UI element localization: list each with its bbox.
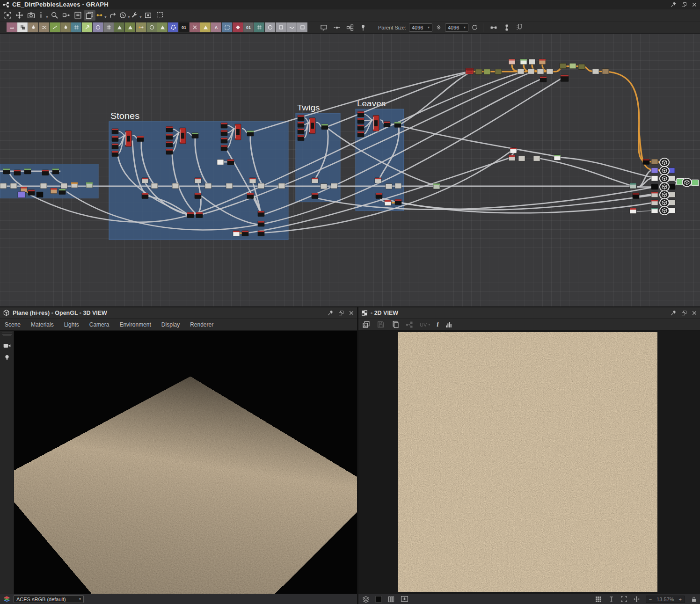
graph-node[interactable] <box>227 160 234 165</box>
graph-node[interactable] <box>357 111 364 117</box>
graph-node[interactable] <box>518 69 524 74</box>
graph-node[interactable] <box>142 178 148 183</box>
graph-node[interactable] <box>321 183 327 189</box>
graph-node[interactable] <box>560 63 566 69</box>
node-fx-frame-button[interactable] <box>297 22 307 32</box>
instance-link-button[interactable] <box>60 10 72 21</box>
menu-display[interactable]: Display <box>161 321 180 328</box>
graph-node[interactable] <box>249 178 256 183</box>
output-node[interactable] <box>660 191 669 199</box>
graph-node[interactable] <box>247 131 254 136</box>
graph-node[interactable] <box>466 68 474 74</box>
graph-node[interactable] <box>394 122 401 128</box>
dot-node-icon[interactable] <box>333 24 341 31</box>
graph-node[interactable] <box>166 149 173 155</box>
lock-icon[interactable] <box>691 596 697 603</box>
colorspace-select[interactable]: ACES sRGB (default)▾ <box>14 595 84 603</box>
graph-node[interactable] <box>3 168 10 174</box>
graph-node[interactable] <box>0 183 7 189</box>
graph-node[interactable] <box>518 156 525 161</box>
node-height-blend-button[interactable] <box>114 22 124 32</box>
stack-windows-button[interactable] <box>84 10 95 21</box>
graph-node[interactable] <box>669 184 675 189</box>
graph-node[interactable] <box>669 192 675 197</box>
zoom-out-button[interactable]: − <box>649 597 652 602</box>
graph-node[interactable] <box>258 221 264 227</box>
graph-node[interactable] <box>520 59 527 65</box>
comment-icon[interactable] <box>320 24 328 31</box>
ruler-icon[interactable] <box>608 596 615 603</box>
graph-node[interactable] <box>59 189 66 195</box>
graph-node[interactable] <box>578 64 585 70</box>
tools-button[interactable]: ▼ <box>131 10 142 21</box>
node-noise-button[interactable]: 01 <box>179 22 189 32</box>
search-button[interactable] <box>49 10 60 21</box>
graph-node[interactable] <box>142 193 148 199</box>
node-blur-button[interactable] <box>28 22 38 32</box>
graph-node[interactable] <box>669 176 675 182</box>
graph-node[interactable] <box>312 193 318 199</box>
graph-node[interactable] <box>298 115 304 121</box>
menu-scene[interactable]: Scene <box>5 321 21 328</box>
node-fx-curve-button[interactable] <box>286 22 297 32</box>
graph-node[interactable] <box>331 183 337 189</box>
frame-fit-icon[interactable] <box>620 596 627 603</box>
node-fx-square-button[interactable] <box>276 22 286 32</box>
float-icon[interactable] <box>338 310 344 316</box>
graph-node[interactable] <box>196 212 203 218</box>
graph-node[interactable] <box>298 122 304 128</box>
connection-style-button[interactable] <box>107 10 119 21</box>
link-display-button[interactable]: ▼ <box>95 10 107 21</box>
camera-view-icon[interactable] <box>3 342 11 350</box>
graph-node[interactable] <box>192 133 198 138</box>
graph-node[interactable] <box>510 148 517 153</box>
node-channel-shuffle-button[interactable] <box>39 22 49 32</box>
graph-node[interactable] <box>357 125 364 131</box>
screenshot-button[interactable] <box>25 10 37 21</box>
graph-node[interactable] <box>633 193 639 199</box>
graph-node[interactable] <box>86 182 93 188</box>
graph-node[interactable] <box>298 135 304 141</box>
graph-node[interactable] <box>376 193 382 199</box>
graph-node[interactable] <box>52 168 59 174</box>
info-icon[interactable]: i <box>437 320 438 328</box>
reset-size-icon[interactable] <box>471 24 478 31</box>
graph-node[interactable] <box>529 59 535 65</box>
graph-node[interactable] <box>669 208 675 213</box>
node-curve-button[interactable] <box>50 22 60 32</box>
menu-lights[interactable]: Lights <box>64 321 79 328</box>
plane-3d-render[interactable] <box>14 340 357 594</box>
node-bitmap-button[interactable] <box>7 22 17 32</box>
close-icon[interactable] <box>692 2 697 7</box>
graph-node[interactable] <box>221 123 227 128</box>
graph-node[interactable] <box>602 69 609 74</box>
graph-node[interactable] <box>151 183 158 189</box>
graph-node[interactable] <box>42 170 49 175</box>
graph-node[interactable] <box>24 168 31 174</box>
graph-node[interactable] <box>258 183 264 189</box>
graph-node[interactable] <box>166 142 173 147</box>
graph-node[interactable] <box>187 212 194 218</box>
graph-node[interactable] <box>385 200 391 206</box>
view2d-viewport[interactable] <box>358 331 700 594</box>
graph-node[interactable] <box>258 231 264 236</box>
graph-node[interactable] <box>51 188 57 194</box>
graph-node[interactable] <box>40 183 47 189</box>
pan-1-1-button[interactable] <box>14 10 25 21</box>
graph-node[interactable] <box>509 59 515 65</box>
output-node[interactable] <box>660 158 669 167</box>
graph-node[interactable] <box>205 183 211 189</box>
graph-node[interactable] <box>125 131 131 146</box>
pin-icon[interactable] <box>671 310 677 316</box>
graph-node[interactable] <box>373 115 379 131</box>
graph-node[interactable] <box>112 136 118 142</box>
node-distance-button[interactable] <box>93 22 103 32</box>
layers-stack-icon[interactable] <box>362 596 370 603</box>
parent-size-height-select[interactable]: 4096▾ <box>445 23 468 32</box>
graph-node[interactable] <box>592 69 599 74</box>
graph-node[interactable] <box>233 231 240 236</box>
node-switch-button[interactable]: 01 <box>243 22 254 32</box>
graph-node[interactable] <box>651 184 658 189</box>
graph-node[interactable] <box>242 231 248 236</box>
zoom-in-button[interactable]: + <box>679 597 682 602</box>
